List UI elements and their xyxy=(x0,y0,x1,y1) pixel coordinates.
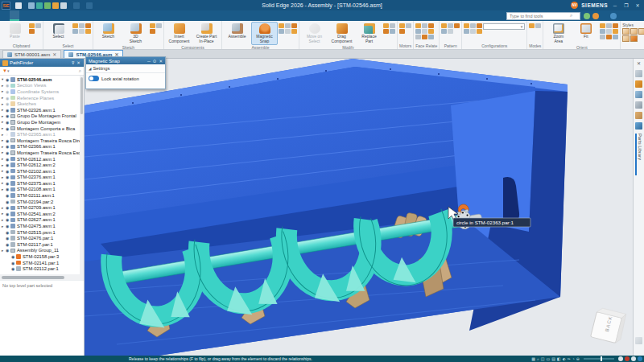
small-tool-icon[interactable] xyxy=(606,23,612,28)
small-tool-icon[interactable] xyxy=(279,23,284,28)
status-tool-icon[interactable]: ◫ xyxy=(541,356,545,362)
zoom-slider[interactable] xyxy=(584,358,614,360)
status-circle-button[interactable] xyxy=(618,356,623,361)
ribbon-tab[interactable] xyxy=(87,10,97,21)
library-icon[interactable] xyxy=(635,112,642,119)
small-tool-icon[interactable] xyxy=(35,23,41,28)
dialog-close-icon[interactable]: ✕ xyxy=(159,59,163,64)
viewport-3d[interactable]: circle in STM-02363.par:1 BACK xyxy=(85,59,633,356)
info-button[interactable] xyxy=(638,356,642,361)
tree-row[interactable]: ◉ STM-02111.asm:1 xyxy=(0,192,84,199)
ribbon-tab[interactable] xyxy=(39,10,48,21)
small-tool-icon[interactable] xyxy=(150,29,155,34)
open-icon[interactable] xyxy=(28,2,35,9)
tree-row[interactable]: ▸ ◉ STM-02326.asm:1 xyxy=(0,107,84,113)
magnetic-snap-button[interactable]: Magnetic Snap xyxy=(251,22,278,45)
view-cube[interactable]: BACK xyxy=(591,307,627,344)
restore-button[interactable]: ❐ xyxy=(622,2,630,8)
tree-row[interactable]: ▸ ◉ Grupo De Montagem xyxy=(0,119,84,125)
small-tool-icon[interactable] xyxy=(422,23,427,28)
display-options-icon[interactable] xyxy=(635,70,642,77)
print-icon[interactable] xyxy=(60,2,67,9)
style-cube-icon[interactable] xyxy=(622,28,630,35)
drag-component-button[interactable]: Drag Component xyxy=(328,22,355,45)
find-tools-input[interactable] xyxy=(507,14,570,19)
small-tool-icon[interactable] xyxy=(613,35,618,39)
tree-row[interactable]: ▸ ◉ STM-02612.asm:1 xyxy=(0,156,84,162)
small-tool-icon[interactable] xyxy=(406,23,411,28)
small-tool-icon[interactable] xyxy=(535,23,541,28)
tree-row[interactable]: ▸ ◉ STM-02627.asm:1 xyxy=(0,217,84,224)
small-tool-icon[interactable] xyxy=(72,23,78,28)
small-tool-icon[interactable] xyxy=(613,29,618,34)
tree-row[interactable]: ▸ ◉ STM-02375.asm:1 xyxy=(0,180,84,187)
small-tool-icon[interactable] xyxy=(448,29,453,34)
tree-row[interactable]: ▾ ◉ STM-02546.asm xyxy=(0,76,84,83)
small-tool-icon[interactable] xyxy=(600,29,605,34)
tree-row[interactable]: ▸ ◉ Coordinate Systems xyxy=(0,88,84,95)
tree-horizontal-scrollbar[interactable] xyxy=(0,274,84,280)
tree-vertical-scrollbar[interactable] xyxy=(80,76,84,274)
small-tool-icon[interactable] xyxy=(470,23,476,28)
tree-row[interactable]: ▸ ◉ Montagem Traseira Rosca Direita xyxy=(0,138,84,144)
find-tools-box[interactable]: ⌕ xyxy=(506,12,580,20)
magnetic-snap-dialog[interactable]: Magnetic Snap ─ ⊙ ✕ ◢ Settings Lock axia… xyxy=(85,56,166,89)
ribbon-tab[interactable] xyxy=(77,10,87,21)
small-tool-icon[interactable] xyxy=(606,35,612,39)
small-tool-icon[interactable] xyxy=(415,35,421,39)
tree-row[interactable]: ◉ STM-02141.par:1 xyxy=(0,260,84,266)
ribbon-close-icon[interactable] xyxy=(635,13,641,19)
small-tool-icon[interactable] xyxy=(470,29,476,34)
close-tab-icon[interactable]: ✕ xyxy=(52,51,56,57)
tree-row[interactable]: ▸ ◉ STM-02475.asm:1 xyxy=(0,223,84,229)
ribbon-tab[interactable] xyxy=(19,10,29,21)
strip-close-icon[interactable]: ✕ xyxy=(637,60,641,66)
small-tool-icon[interactable] xyxy=(428,23,434,28)
style-cube-icon[interactable] xyxy=(630,28,638,35)
style-cube-icon[interactable] xyxy=(622,35,630,42)
tree-row[interactable]: ◉ STM-02515.psm:1 xyxy=(0,229,84,236)
fit-button[interactable]: Fit xyxy=(572,22,599,41)
solid-edge-logo-icon[interactable]: SE xyxy=(2,2,10,10)
close-button[interactable]: ✕ xyxy=(634,2,642,8)
small-tool-icon[interactable] xyxy=(291,29,297,34)
status-tool-icon[interactable]: ▤ xyxy=(551,356,555,362)
status-tool-icon[interactable]: ▭ xyxy=(547,356,551,362)
tree-row[interactable]: ▸ ◉ STM-02366.asm:1 xyxy=(0,144,84,150)
status-circle-button[interactable] xyxy=(631,356,636,361)
small-tool-icon[interactable] xyxy=(613,23,618,28)
web-icon[interactable] xyxy=(635,122,642,130)
small-tool-icon[interactable] xyxy=(441,23,447,28)
zoom-area-button[interactable]: Zoom Area xyxy=(545,22,572,45)
small-tool-icon[interactable] xyxy=(529,23,535,28)
tools-icon[interactable] xyxy=(635,80,642,88)
customize-caret-icon[interactable] xyxy=(94,2,97,9)
small-tool-icon[interactable] xyxy=(150,23,155,28)
tree-row[interactable]: ▸ ◉ Assembly Group_11 xyxy=(0,248,84,254)
whats-new-icon[interactable] xyxy=(601,13,608,19)
tree-row[interactable]: ▸ ◉ STM-02612.asm:2 xyxy=(0,162,84,168)
tree-row[interactable]: ◉ STM-02476.par:1 xyxy=(0,235,84,241)
tree-row[interactable]: ▸ ◉ Montagem Comporta e Bica xyxy=(0,125,84,132)
ribbon-tab[interactable] xyxy=(116,10,126,21)
sketch-button[interactable]: Sketch xyxy=(95,22,122,41)
small-tool-icon[interactable] xyxy=(454,23,460,28)
document-tab[interactable]: STM-00001.asm ✕ xyxy=(2,50,61,58)
replace-part-button[interactable]: Replace Part xyxy=(356,22,382,45)
status-tool-icon[interactable]: ▦ xyxy=(531,356,535,362)
small-tool-icon[interactable] xyxy=(600,35,605,39)
minimize-button[interactable]: ─ xyxy=(611,3,619,8)
tree-row[interactable]: ◉ STM-02117.par:1 xyxy=(0,241,84,248)
save-icon[interactable] xyxy=(36,2,43,9)
tree-row[interactable]: ▸ ◉ Reference Planes xyxy=(0,95,84,101)
pathfinder-pin-icon[interactable]: ⊽ xyxy=(70,60,76,65)
small-tool-icon[interactable] xyxy=(415,23,421,28)
tree-row[interactable]: ◉ STM-02194.par:2 xyxy=(0,199,84,205)
move-on-select-button[interactable]: Move on Select xyxy=(301,22,328,45)
small-tool-icon[interactable] xyxy=(156,23,162,28)
ribbon-tab[interactable] xyxy=(97,10,106,21)
ribbon-tab[interactable] xyxy=(0,10,10,21)
status-tool-icon[interactable]: ◧ xyxy=(557,356,561,362)
ribbon-tab[interactable] xyxy=(106,10,116,21)
filter-caret-icon[interactable]: ▾ xyxy=(7,68,10,73)
